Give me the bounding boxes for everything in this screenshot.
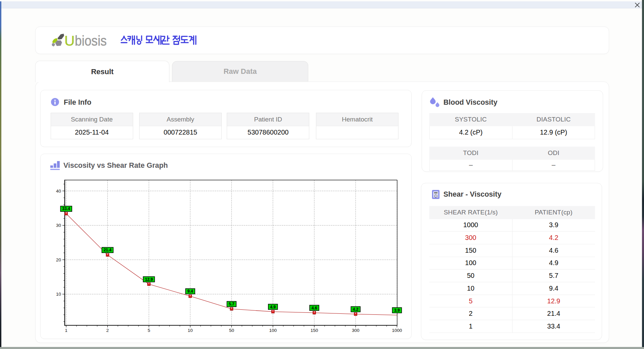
svg-text:3.9: 3.9 (394, 308, 400, 313)
svg-text:10: 10 (188, 328, 193, 333)
svg-text:4.9: 4.9 (270, 305, 276, 309)
svg-text:50: 50 (229, 328, 234, 333)
svg-text:4.6: 4.6 (312, 306, 317, 310)
svg-text:40: 40 (56, 189, 61, 194)
svg-text:12.9: 12.9 (145, 277, 153, 282)
svg-text:100: 100 (269, 328, 277, 333)
svg-text:21.4: 21.4 (104, 248, 112, 252)
svg-text:5.7: 5.7 (229, 302, 234, 306)
svg-text:150: 150 (311, 328, 318, 333)
svg-text:20: 20 (56, 257, 61, 262)
svg-text:1000: 1000 (392, 328, 402, 333)
svg-text:10: 10 (56, 292, 61, 297)
svg-text:1: 1 (65, 328, 68, 333)
svg-text:4.2: 4.2 (353, 307, 359, 312)
svg-text:33.4: 33.4 (62, 206, 70, 211)
svg-text:9.4: 9.4 (187, 289, 193, 294)
svg-text:5: 5 (148, 328, 150, 333)
svg-text:30: 30 (56, 223, 61, 228)
svg-text:2: 2 (106, 328, 109, 333)
svg-text:300: 300 (352, 328, 360, 333)
